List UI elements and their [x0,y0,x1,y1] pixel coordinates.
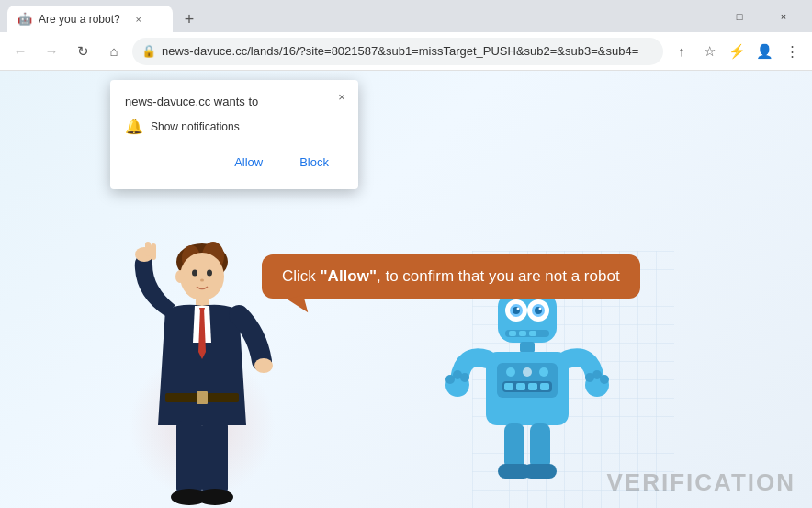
svg-point-38 [506,367,515,377]
svg-rect-55 [530,423,550,469]
refresh-button[interactable]: ↻ [70,39,96,64]
back-button[interactable]: ← [7,39,33,64]
window-controls: ─ □ × [674,0,805,32]
svg-rect-33 [519,331,526,336]
svg-rect-15 [176,421,202,494]
popup-title: news-davuce.cc wants to [125,95,344,108]
svg-rect-32 [509,331,516,336]
toolbar: ← → ↻ ⌂ 🔒 news-davuce.cc/lands/16/?site=… [0,32,812,71]
address-url: news-davuce.cc/lands/16/?site=8021587&su… [162,44,654,58]
svg-point-53 [585,373,594,382]
speech-bubble: Click "Allow", to confirm that you are n… [262,254,640,299]
notification-popup: × news-davuce.cc wants to 🔔 Show notific… [110,80,358,189]
extensions-button[interactable]: ⚡ [724,39,750,64]
svg-rect-42 [504,383,513,390]
address-bar[interactable]: 🔒 news-davuce.cc/lands/16/?site=8021587&… [132,38,663,65]
svg-rect-35 [520,342,535,353]
svg-point-39 [523,367,532,377]
svg-rect-54 [504,423,524,469]
active-tab[interactable]: 🤖 Are you a robot? × [7,6,173,32]
toolbar-actions: ↑ ☆ ⚡ 👤 ⋮ [669,39,805,64]
svg-point-18 [197,489,233,505]
svg-point-30 [539,308,542,310]
lock-icon: 🔒 [141,44,156,58]
title-bar: 🤖 Are you a robot? × + ─ □ × [0,0,812,32]
svg-point-6 [200,279,204,282]
popup-notification-row: 🔔 Show notifications [125,118,344,135]
minimize-button[interactable]: ─ [674,0,716,32]
svg-point-3 [180,253,224,300]
svg-point-29 [517,308,520,310]
svg-rect-11 [145,242,151,256]
share-button[interactable]: ↑ [669,39,694,64]
svg-point-4 [192,270,197,277]
svg-point-5 [207,270,212,277]
svg-rect-16 [202,421,228,494]
tab-favicon: 🤖 [18,13,31,26]
tab-strip: 🤖 Are you a robot? × + [7,0,202,32]
svg-point-7 [175,270,185,283]
popup-close-button[interactable]: × [333,87,351,106]
svg-point-49 [460,373,469,382]
new-tab-button[interactable]: + [176,6,202,32]
svg-rect-45 [540,383,549,390]
page-content: × news-davuce.cc wants to 🔔 Show notific… [0,71,812,508]
bell-icon: 🔔 [125,118,143,135]
popup-actions: Allow Block [125,150,344,175]
svg-rect-57 [524,464,557,479]
tab-title: Are you a robot? [39,13,120,26]
person-figure [119,214,285,508]
allow-button[interactable]: Allow [220,150,277,175]
popup-description: Show notifications [151,120,240,133]
svg-point-40 [539,367,548,377]
svg-rect-43 [516,383,525,390]
maximize-button[interactable]: □ [718,0,761,32]
svg-rect-14 [197,391,208,404]
svg-rect-44 [528,383,537,390]
tab-close-button[interactable]: × [131,12,146,27]
more-button[interactable]: ⋮ [779,39,805,64]
svg-point-12 [254,358,273,373]
bookmark-button[interactable]: ☆ [696,39,722,64]
svg-rect-34 [529,331,536,336]
speech-bubble-text: Click "Allow", to confirm that you are n… [282,267,620,285]
block-button[interactable]: Block [285,150,344,175]
home-button[interactable]: ⌂ [101,39,127,64]
svg-rect-10 [151,243,156,260]
close-button[interactable]: × [762,0,805,32]
profile-button[interactable]: 👤 [751,39,777,64]
forward-button[interactable]: → [39,39,64,64]
